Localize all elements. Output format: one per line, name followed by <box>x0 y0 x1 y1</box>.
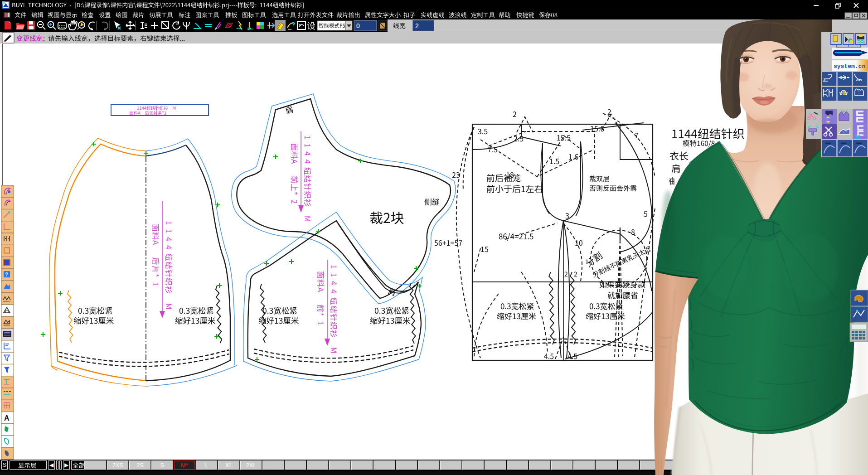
svg-text:0: 0 <box>356 22 360 29</box>
svg-text:A: A <box>4 414 10 422</box>
svg-text:?: ? <box>5 271 8 278</box>
svg-text:system.cn: system.cn <box>834 63 865 70</box>
svg-text:2: 2 <box>415 22 419 29</box>
